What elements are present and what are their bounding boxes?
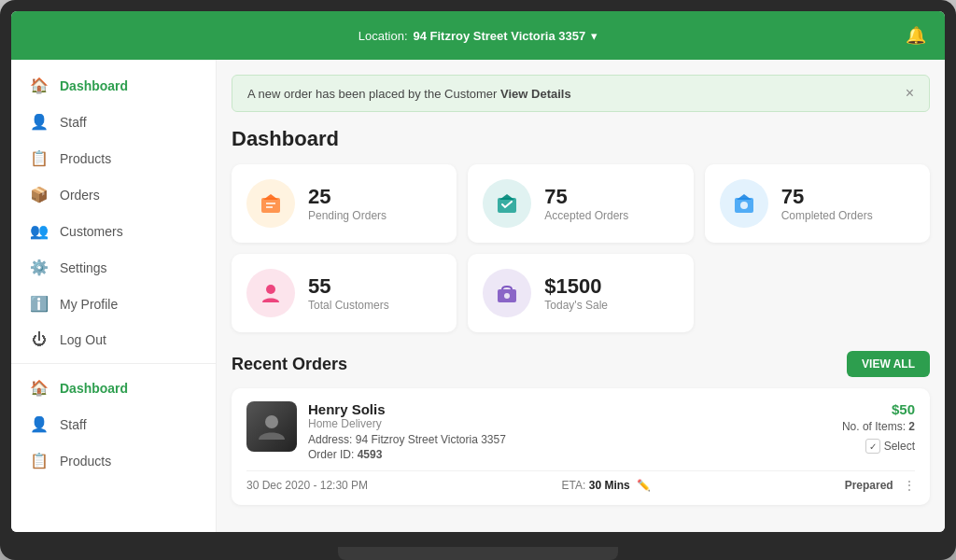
select-checkbox[interactable]: ✓ xyxy=(865,439,880,454)
view-all-button[interactable]: VIEW ALL xyxy=(847,351,930,377)
svg-marker-5 xyxy=(499,194,514,200)
svg-point-8 xyxy=(740,202,748,209)
stat-info-pending: 25 Pending Orders xyxy=(308,185,387,222)
svg-marker-7 xyxy=(737,194,752,200)
svg-point-11 xyxy=(504,293,510,299)
profile-icon: ℹ️ xyxy=(30,295,49,313)
completed-orders-icon xyxy=(720,179,768,228)
pending-number: 25 xyxy=(308,185,387,209)
main-content: A new order has been placed by the Custo… xyxy=(217,60,945,532)
order-date: 30 Dec 2020 - 12:30 PM xyxy=(246,479,368,492)
sidebar-label-staff2: Staff xyxy=(60,417,87,432)
sidebar: 🏠 Dashboard 👤 Staff 📋 Products 📦 Orders … xyxy=(11,60,217,532)
pending-label: Pending Orders xyxy=(308,209,387,222)
stats-grid-row1: 25 Pending Orders xyxy=(232,164,930,243)
stat-empty xyxy=(705,254,930,332)
stat-info-sale: $1500 Today's Sale xyxy=(544,274,608,312)
sidebar-item-products[interactable]: 📋 Products xyxy=(11,140,216,176)
accepted-number: 75 xyxy=(544,185,628,209)
order-eta: ETA: 30 Mins ✏️ xyxy=(562,479,651,492)
sidebar-item-dashboard2[interactable]: 🏠 Dashboard xyxy=(11,370,216,406)
location-value: 94 Fitzroy Street Victoria 3357 xyxy=(414,29,586,43)
user-icon: 👤 xyxy=(30,113,49,131)
sidebar-divider xyxy=(11,363,216,364)
header-location: Location: 94 Fitzroy Street Victoria 335… xyxy=(358,29,598,43)
sidebar-label-myprofile: My Profile xyxy=(60,297,118,312)
laptop-base xyxy=(338,547,618,560)
svg-rect-0 xyxy=(261,198,280,213)
home-icon2: 🏠 xyxy=(30,379,49,397)
total-customers-icon xyxy=(246,269,295,317)
sidebar-item-myprofile[interactable]: ℹ️ My Profile xyxy=(11,286,216,322)
order-price: $50 xyxy=(842,401,915,417)
svg-point-12 xyxy=(265,415,278,428)
sidebar-label-orders: Orders xyxy=(60,188,100,203)
chevron-down-icon[interactable]: ▾ xyxy=(591,29,598,43)
orders-icon: 📦 xyxy=(30,186,49,203)
order-type: Home Delivery xyxy=(308,417,831,430)
view-details-link[interactable]: View Details xyxy=(500,87,571,101)
sidebar-label-products2: Products xyxy=(60,454,111,469)
edit-icon[interactable]: ✏️ xyxy=(637,479,651,492)
sidebar-item-settings[interactable]: ⚙️ Settings xyxy=(11,249,216,286)
order-datetime: 30 Dec 2020 - 12:30 PM xyxy=(246,479,368,492)
user-icon2: 👤 xyxy=(30,415,49,433)
sidebar-label-products: Products xyxy=(60,151,111,166)
accepted-label: Accepted Orders xyxy=(544,209,628,222)
logout-icon: ⏻ xyxy=(30,331,49,348)
eta-value: 30 Mins xyxy=(589,479,630,492)
sidebar-label-settings: Settings xyxy=(60,260,107,275)
order-id: Order ID: 4593 xyxy=(308,448,831,461)
more-options-icon[interactable]: ⋮ xyxy=(904,479,915,492)
location-prefix: Location: xyxy=(358,29,408,43)
stat-card-completed: 75 Completed Orders xyxy=(705,164,930,243)
svg-point-9 xyxy=(266,285,275,294)
products-icon: 📋 xyxy=(30,149,49,167)
notification-text: A new order has been placed by the Custo… xyxy=(247,87,571,101)
sidebar-label-staff: Staff xyxy=(60,115,87,130)
customers-number: 55 xyxy=(308,274,389,299)
items-label: No. of Items: xyxy=(842,420,906,433)
sale-label: Today's Sale xyxy=(544,299,608,312)
stat-info-completed: 75 Completed Orders xyxy=(781,185,873,222)
select-label: Select xyxy=(884,440,915,453)
order-status: Prepared xyxy=(845,479,893,492)
order-select[interactable]: ✓ Select xyxy=(842,439,915,454)
sidebar-item-orders[interactable]: 📦 Orders xyxy=(11,176,216,213)
customers-icon: 👥 xyxy=(30,222,49,240)
settings-icon: ⚙️ xyxy=(30,259,49,276)
recent-orders-title: Recent Orders xyxy=(232,355,347,374)
stat-card-customers: 55 Total Customers xyxy=(232,254,457,332)
order-top: Henry Solis Home Delivery Address: 94 Fi… xyxy=(246,401,915,461)
order-id-label: Order ID: xyxy=(308,448,354,461)
recent-orders-header: Recent Orders VIEW ALL xyxy=(232,351,930,377)
sidebar-item-logout[interactable]: ⏻ Log Out xyxy=(11,322,216,357)
stat-card-accepted: 75 Accepted Orders xyxy=(468,164,693,243)
order-right: $50 No. of Items: 2 ✓ Select xyxy=(842,401,915,454)
page-title: Dashboard xyxy=(232,127,930,151)
eta-label: ETA: xyxy=(562,479,586,492)
sidebar-label-customers: Customers xyxy=(60,224,123,239)
order-address: Address: 94 Fitzroy Street Victoria 3357 xyxy=(308,433,831,446)
completed-label: Completed Orders xyxy=(781,209,873,222)
sale-number: $1500 xyxy=(544,274,608,299)
sidebar-item-products2[interactable]: 📋 Products xyxy=(11,442,216,479)
close-icon[interactable]: × xyxy=(906,85,914,102)
bell-icon[interactable]: 🔔 xyxy=(906,25,926,46)
accepted-orders-icon xyxy=(483,179,531,228)
todays-sale-icon xyxy=(483,269,531,317)
completed-number: 75 xyxy=(781,185,873,209)
stat-info-customers: 55 Total Customers xyxy=(308,274,389,312)
order-bottom: 30 Dec 2020 - 12:30 PM ETA: 30 Mins ✏️ P… xyxy=(246,470,915,492)
sidebar-item-staff[interactable]: 👤 Staff xyxy=(11,104,216,140)
header: Location: 94 Fitzroy Street Victoria 335… xyxy=(11,11,945,60)
sidebar-item-customers[interactable]: 👥 Customers xyxy=(11,213,216,249)
sidebar-label-dashboard2: Dashboard xyxy=(60,381,128,396)
home-icon: 🏠 xyxy=(30,77,49,94)
sidebar-item-staff2[interactable]: 👤 Staff xyxy=(11,406,216,442)
order-id-value: 4593 xyxy=(358,448,383,461)
order-status-area: Prepared ⋮ xyxy=(845,479,915,492)
customers-label: Total Customers xyxy=(308,299,389,312)
avatar-image xyxy=(246,401,297,452)
sidebar-item-dashboard[interactable]: 🏠 Dashboard xyxy=(11,67,216,104)
